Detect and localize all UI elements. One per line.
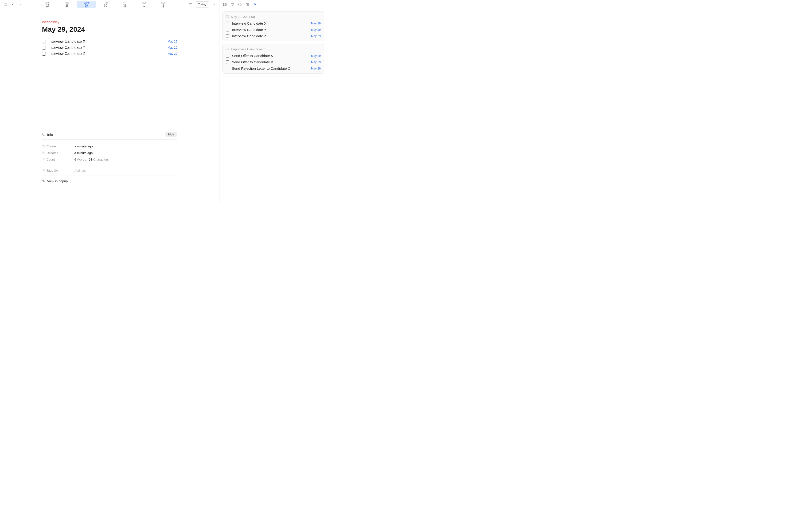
sidebar-toolbar — [219, 0, 327, 9]
todo-item: Send Offer to Candidate AMay 29 — [222, 53, 324, 59]
day-col-mon[interactable]: Mon27 — [38, 1, 57, 8]
note-title: May 29, 2024 — [42, 25, 177, 33]
svg-rect-15 — [223, 3, 226, 6]
todo-date[interactable]: May 29 — [311, 35, 321, 38]
view-in-popup-label: View in popup — [47, 179, 68, 183]
day-col-thu[interactable]: Thu30 — [96, 1, 115, 8]
day-has-content-dot — [86, 7, 87, 8]
task-checkbox[interactable] — [42, 52, 46, 56]
todo-date[interactable]: May 29 — [311, 22, 321, 25]
nav-forward-button[interactable] — [17, 1, 23, 7]
info-panel-icon[interactable] — [237, 1, 243, 7]
svg-point-14 — [43, 180, 44, 181]
next-week-button[interactable] — [174, 2, 180, 7]
task-row: Interview Candidate YMay 29 — [42, 45, 177, 51]
task-date[interactable]: May 29 — [168, 46, 177, 49]
tasks-panel-icon[interactable] — [252, 1, 258, 7]
task-checkbox[interactable] — [42, 40, 46, 44]
todo-date[interactable]: May 29 — [311, 54, 321, 58]
svg-rect-23 — [226, 15, 229, 17]
task-date[interactable]: May 29 — [168, 52, 177, 55]
hide-info-button[interactable]: Hide — [165, 132, 177, 137]
task-text[interactable]: Interview Candidate Y — [49, 46, 165, 50]
day-number-label: 31 — [123, 4, 126, 7]
todo-text[interactable]: Send Rejection Letter to Candidate C — [232, 66, 308, 70]
text-icon — [42, 158, 45, 161]
day-col-tue[interactable]: Tue28 — [57, 1, 77, 8]
day-has-content-dot — [47, 7, 48, 8]
todo-checkbox[interactable] — [226, 60, 229, 64]
calendar-icon — [226, 15, 229, 19]
toggle-sidebar-right-button[interactable] — [222, 1, 228, 7]
todo-group-header[interactable]: May 29, 2024 (3) — [222, 13, 324, 20]
todo-item: Interview Candidate XMay 29 — [222, 20, 324, 26]
hash-icon — [42, 169, 45, 172]
note-weekday: Wednesday — [42, 20, 177, 24]
nav-back-button[interactable] — [10, 1, 16, 7]
prev-week-button[interactable] — [32, 2, 37, 7]
todo-item: Interview Candidate ZMay 29 — [222, 33, 324, 39]
todo-group: May 29, 2024 (3)Interview Candidate XMay… — [222, 11, 324, 41]
todo-date[interactable]: May 29 — [311, 61, 321, 64]
task-text[interactable]: Interview Candidate Z — [49, 52, 165, 56]
day-number-label: 27 — [46, 4, 49, 7]
todo-item: Send Offer to Candidate BMay 29 — [222, 59, 324, 65]
todo-checkbox[interactable] — [226, 21, 229, 25]
task-text[interactable]: Interview Candidate X — [49, 40, 165, 44]
day-of-week-label: Sun — [161, 1, 166, 4]
todo-item: Send Rejection Letter to Candidate CMay … — [222, 65, 324, 72]
day-has-content-dot — [163, 7, 164, 8]
task-checkbox[interactable] — [42, 46, 46, 50]
day-of-week-label: Thu — [103, 1, 108, 4]
day-col-sun[interactable]: Sun2 — [154, 1, 173, 8]
todo-date[interactable]: May 29 — [311, 67, 321, 70]
view-in-popup-button[interactable]: View in popup — [42, 176, 177, 186]
day-number-label: 28 — [65, 4, 68, 7]
more-menu-button[interactable] — [211, 1, 217, 7]
svg-point-22 — [240, 3, 240, 4]
todo-checkbox[interactable] — [226, 54, 229, 58]
svg-rect-0 — [4, 3, 7, 6]
toggle-sidebar-left-button[interactable] — [2, 1, 8, 7]
todo-text[interactable]: Interview Candidate Z — [232, 34, 308, 38]
eye-icon — [42, 179, 45, 183]
day-of-week-label: Mon — [45, 1, 50, 4]
info-icon — [42, 132, 46, 137]
day-col-sat[interactable]: Sat1 — [135, 1, 154, 8]
updated-value: a minute ago — [74, 151, 93, 155]
add-tag-input[interactable]: Add tag... — [74, 169, 88, 172]
todo-checkbox[interactable] — [226, 34, 229, 38]
presentation-icon[interactable] — [229, 1, 236, 7]
day-has-content-dot — [67, 7, 67, 8]
count-value: 9 Words 63 Characters — [74, 158, 109, 161]
task-row: Interview Candidate ZMay 29 — [42, 51, 177, 57]
day-col-wed[interactable]: Wed29 — [77, 1, 96, 8]
todo-text[interactable]: Send Offer to Candidate A — [232, 54, 308, 58]
todo-checkbox[interactable] — [226, 67, 229, 70]
tags-label: Tags (0) — [47, 169, 58, 172]
day-number-label: 2 — [163, 4, 164, 7]
todo-group-header[interactable]: Heptabase Hiring Plan (3) — [222, 46, 324, 53]
day-number-label: 29 — [85, 4, 88, 7]
whiteboard-icon — [226, 47, 229, 51]
clock-icon — [42, 144, 45, 148]
todo-checkbox[interactable] — [226, 28, 229, 32]
svg-point-7 — [214, 4, 214, 5]
svg-point-8 — [214, 4, 215, 5]
todo-date[interactable]: May 29 — [311, 28, 321, 32]
svg-point-6 — [213, 4, 213, 5]
calendar-icon[interactable] — [188, 1, 194, 7]
todo-text[interactable]: Interview Candidate X — [232, 21, 308, 25]
created-value: a minute ago — [74, 145, 93, 148]
today-button[interactable]: Today — [195, 1, 209, 7]
outline-icon[interactable] — [244, 1, 250, 7]
day-number-label: 30 — [104, 4, 107, 7]
created-label: Created — [47, 145, 58, 148]
task-date[interactable]: May 29 — [168, 40, 177, 43]
todo-text[interactable]: Send Offer to Candidate B — [232, 60, 308, 64]
day-of-week-label: Wed — [84, 1, 89, 4]
todo-item: Interview Candidate YMay 29 — [222, 26, 324, 33]
todo-text[interactable]: Interview Candidate Y — [232, 28, 308, 32]
day-col-fri[interactable]: Fri31 — [115, 1, 135, 8]
svg-rect-17 — [231, 3, 234, 5]
